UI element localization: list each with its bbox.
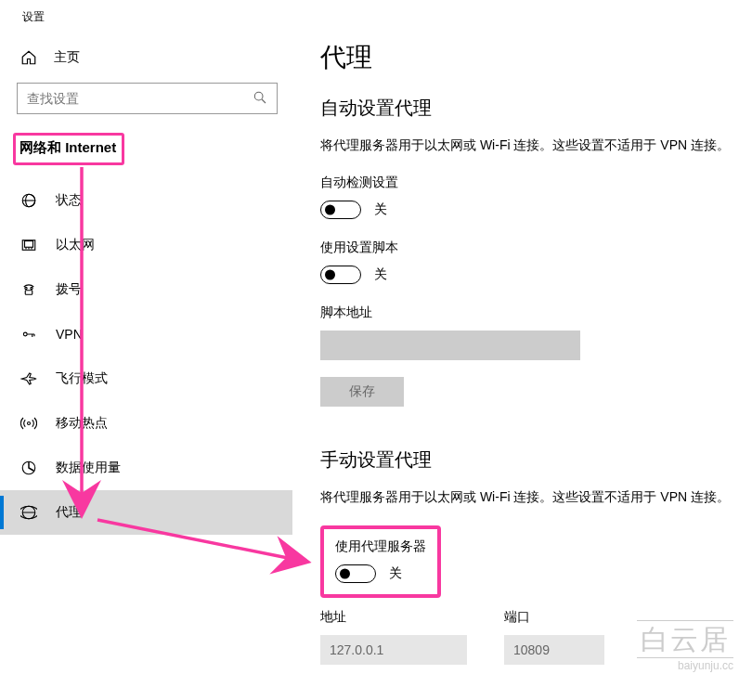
auto-detect-toggle[interactable] <box>320 201 361 219</box>
airplane-icon <box>20 370 37 387</box>
section-manual-description: 将代理服务器用于以太网或 Wi-Fi 连接。这些设置不适用于 VPN 连接。 <box>320 487 739 508</box>
sidebar-item-label: 飞行模式 <box>56 370 108 387</box>
home-link[interactable]: 主页 <box>0 40 292 83</box>
ethernet-icon <box>20 237 37 253</box>
svg-line-1 <box>262 99 266 103</box>
status-icon <box>20 192 37 209</box>
search-input-wrapper[interactable] <box>17 83 278 114</box>
use-proxy-label: 使用代理服务器 <box>335 538 426 555</box>
address-label: 地址 <box>320 609 467 626</box>
sidebar-item-proxy[interactable]: 代理 <box>0 490 292 535</box>
script-url-label: 脚本地址 <box>320 305 739 321</box>
svg-point-0 <box>254 92 263 100</box>
port-input[interactable] <box>504 635 604 665</box>
app-title: 设置 <box>0 0 739 31</box>
use-proxy-state: 关 <box>389 565 402 582</box>
sidebar-nav: 状态 以太网 拨号 VPN <box>0 178 292 535</box>
svg-rect-11 <box>25 291 32 295</box>
port-column: 端口 <box>504 609 604 665</box>
sidebar-item-dialup[interactable]: 拨号 <box>0 267 292 312</box>
sidebar-item-ethernet[interactable]: 以太网 <box>0 223 292 267</box>
sidebar: 主页 网络和 Internet 状态 以太网 <box>0 31 292 700</box>
svg-point-13 <box>28 422 31 425</box>
sidebar-item-label: 移动热点 <box>56 415 108 432</box>
use-proxy-highlight: 使用代理服务器 关 <box>320 525 441 598</box>
proxy-icon <box>20 504 37 521</box>
dialup-icon <box>20 281 37 298</box>
datausage-icon <box>20 460 37 476</box>
search-input[interactable] <box>27 91 253 106</box>
sidebar-item-label: 状态 <box>56 192 82 209</box>
address-column: 地址 <box>320 609 467 665</box>
sidebar-item-datausage[interactable]: 数据使用量 <box>0 446 292 490</box>
section-manual-title: 手动设置代理 <box>320 447 739 473</box>
setup-script-toggle[interactable] <box>320 266 361 284</box>
sidebar-item-label: 代理 <box>56 504 82 521</box>
svg-rect-5 <box>25 241 33 248</box>
sidebar-item-vpn[interactable]: VPN <box>0 312 292 356</box>
sidebar-item-label: 拨号 <box>56 281 82 298</box>
sidebar-item-label: 数据使用量 <box>56 460 121 476</box>
setup-script-state: 关 <box>374 266 387 283</box>
sidebar-section-header: 网络和 Internet <box>13 133 124 165</box>
main-content: 代理 自动设置代理 将代理服务器用于以太网或 Wi-Fi 连接。这些设置不适用于… <box>292 31 739 700</box>
use-proxy-toggle[interactable] <box>335 564 376 583</box>
sidebar-item-label: 以太网 <box>56 237 95 253</box>
auto-detect-label: 自动检测设置 <box>320 175 739 191</box>
script-url-input[interactable] <box>320 331 580 360</box>
sidebar-item-label: VPN <box>56 327 83 342</box>
section-auto-title: 自动设置代理 <box>320 96 739 121</box>
hotspot-icon <box>20 415 37 432</box>
section-auto-description: 将代理服务器用于以太网或 Wi-Fi 连接。这些设置不适用于 VPN 连接。 <box>320 136 739 156</box>
svg-point-12 <box>23 332 27 336</box>
setup-script-label: 使用设置脚本 <box>320 240 739 256</box>
sidebar-item-airplane[interactable]: 飞行模式 <box>0 356 292 401</box>
home-label: 主页 <box>54 49 80 66</box>
page-title: 代理 <box>320 40 739 75</box>
save-button[interactable]: 保存 <box>320 377 404 407</box>
sidebar-item-status[interactable]: 状态 <box>0 178 292 223</box>
port-label: 端口 <box>504 609 604 626</box>
svg-point-10 <box>31 287 32 289</box>
auto-detect-state: 关 <box>374 201 387 218</box>
search-icon <box>253 90 267 108</box>
home-icon <box>20 49 37 66</box>
address-input[interactable] <box>320 635 467 665</box>
sidebar-item-hotspot[interactable]: 移动热点 <box>0 401 292 446</box>
svg-point-9 <box>25 287 27 289</box>
vpn-icon <box>20 326 37 343</box>
